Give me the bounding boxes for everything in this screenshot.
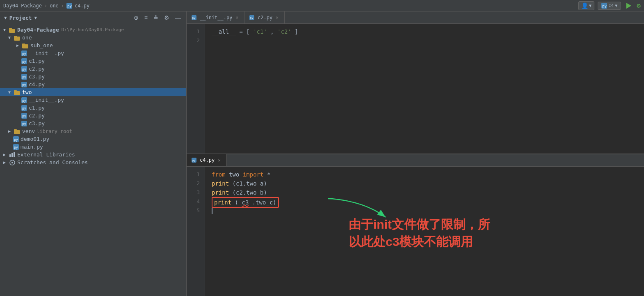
code-line-1: __all__ = [ 'c1' , 'c2' ] — [212, 27, 637, 36]
line-num-1: 1 — [188, 27, 203, 36]
code-bracket-close: ] — [295, 28, 298, 35]
sidebar: ▼ Project ▼ ⊕ ≡ ≛ ⚙ — ▼ Day04-Pa — [0, 11, 187, 296]
bottom-tab-bar: py c4.py ✕ — [187, 154, 644, 167]
svg-rect-36 — [9, 154, 11, 157]
tree-root-day04[interactable]: ▼ Day04-Package D:\Python\Day04-Package — [0, 26, 186, 34]
tree-demo01[interactable]: py demo01.py — [0, 135, 186, 143]
tree-two-c1-label: c1.py — [29, 105, 45, 111]
tree-extlibs-label: External Libraries — [17, 151, 75, 158]
code-all-var: __all__ — [212, 28, 236, 35]
settings-icon[interactable]: ⚙ — [163, 14, 171, 21]
svg-rect-7 — [14, 36, 17, 37]
tab-c2-close[interactable]: ✕ — [275, 15, 279, 20]
line-num-2: 2 — [188, 36, 203, 45]
tree-two-init[interactable]: py __init__.py — [0, 96, 186, 104]
svg-text:py: py — [22, 83, 26, 87]
tree-one-c1[interactable]: py c1.py — [0, 57, 186, 65]
top-editor-pane: py __init__.py ✕ py c2.py ✕ 1 2 — [187, 11, 644, 154]
svg-rect-37 — [11, 153, 13, 157]
settings-gear-icon[interactable]: ⚙ — [637, 2, 641, 9]
tree-main[interactable]: py main.py — [0, 143, 186, 151]
folder-icon-two — [14, 89, 21, 95]
svg-text:py: py — [22, 68, 26, 71]
chevron-down-icon-one: ▼ — [8, 35, 13, 40]
code-b-line-5 — [212, 208, 637, 217]
breadcrumb-one[interactable]: one — [50, 3, 59, 9]
code-b-line-1: from two import * — [212, 170, 637, 179]
tab-init-close[interactable]: ✕ — [235, 15, 239, 20]
breadcrumb-sep-1: › — [44, 3, 47, 9]
chevron-right-icon-extlibs: ▶ — [3, 152, 8, 157]
tree-venv[interactable]: ▶ venv library root — [0, 127, 186, 135]
tree-one-c2[interactable]: py c2.py — [0, 65, 186, 73]
sidebar-header: ▼ Project ▼ ⊕ ≡ ≛ ⚙ — — [0, 11, 186, 24]
tree-external-libs[interactable]: ▶ External Libraries — [0, 151, 186, 158]
tree-two-c1[interactable]: py c1.py — [0, 104, 186, 112]
project-dropdown-arrow[interactable]: ▼ — [34, 15, 37, 21]
svg-point-40 — [11, 162, 13, 163]
svg-text:py: py — [22, 60, 26, 64]
main-layout: ▼ Project ▼ ⊕ ≡ ≛ ⚙ — ▼ Day04-Pa — [0, 11, 644, 296]
tab-c2-py[interactable]: py c2.py ✕ — [244, 11, 285, 24]
code-line-2 — [212, 36, 637, 45]
expand-all-icon[interactable]: ≛ — [152, 14, 160, 21]
bottom-editor-pane: py c4.py ✕ 1 2 3 4 5 from — [187, 154, 644, 296]
annotation-container: 由于init文件做了限制，所 以此处c3模块不能调用 — [349, 216, 490, 250]
top-tab-bar: py __init__.py ✕ py c2.py ✕ — [187, 11, 644, 24]
bottom-code-content[interactable]: from two import * print (c1.two_a) print… — [205, 167, 644, 296]
tree-two-init-label: __init__.py — [29, 97, 64, 103]
tree-one-c3[interactable]: py c3.py — [0, 73, 186, 80]
breadcrumb-file[interactable]: c4.py — [75, 3, 89, 9]
tree-one-c1-label: c1.py — [29, 58, 45, 64]
tree-one-c3-label: c3.py — [29, 73, 45, 80]
py-icon-two-c2: py — [21, 113, 27, 119]
tree-one-label: one — [22, 34, 32, 41]
line-num-b1: 1 — [188, 170, 203, 179]
svg-text:py: py — [67, 4, 72, 8]
project-label: Project — [9, 15, 32, 21]
py-icon-one-c3: py — [21, 74, 27, 80]
fn-print-2: print — [212, 189, 229, 196]
svg-text:py: py — [602, 4, 607, 8]
tab-c4-py[interactable]: py c4.py ✕ — [187, 154, 227, 166]
breadcrumb-sep-2: › — [61, 3, 64, 9]
kw-from: from — [212, 171, 226, 178]
py-icon-tab-c4: py — [192, 158, 196, 163]
tree-two-c2[interactable]: py c2.py — [0, 112, 186, 119]
tree-one-init-label: __init__.py — [29, 50, 64, 56]
tree-two-c3[interactable]: py c3.py — [0, 119, 186, 127]
py-icon-one-c2: py — [21, 66, 27, 72]
breadcrumb-project[interactable]: Day04-Package — [3, 3, 42, 9]
close-sidebar-icon[interactable]: — — [174, 14, 182, 21]
svg-text:py: py — [22, 76, 26, 79]
tree-folder-two[interactable]: ▼ two — [0, 88, 186, 96]
user-icon[interactable]: 👤 ▼ — [578, 1, 594, 10]
code-b-line-3: print (c2.two_b) — [212, 188, 637, 197]
locate-file-icon[interactable]: ⊕ — [132, 14, 140, 21]
tree-sub-one[interactable]: ▶ sub_one — [0, 41, 186, 49]
tree-folder-one[interactable]: ▼ one — [0, 34, 186, 41]
svg-text:py: py — [22, 122, 26, 126]
tree-one-c2-label: c2.py — [29, 66, 45, 72]
tab-init-py[interactable]: py __init__.py ✕ — [187, 11, 244, 24]
svg-rect-9 — [22, 44, 25, 45]
python-icon-breadcrumb: py — [66, 3, 72, 9]
folder-icon-venv — [14, 128, 21, 134]
line-num-b2: 2 — [188, 179, 203, 188]
annotation-text-line2: 以此处c3模块不能调用 — [349, 233, 490, 250]
tree-one-init[interactable]: py __init__.py — [0, 49, 186, 57]
run-config-label: c4 — [608, 3, 614, 8]
tab-init-label: __init__.py — [200, 15, 232, 21]
run-button[interactable] — [624, 1, 633, 10]
collapse-all-icon[interactable]: ≡ — [143, 14, 149, 21]
run-config-dropdown[interactable]: py c4 ▼ — [598, 2, 621, 10]
run-config-py-icon: py — [601, 3, 607, 9]
svg-rect-38 — [14, 152, 15, 157]
tree-scratches[interactable]: ▶ Scratches and Consoles — [0, 158, 186, 166]
tree-one-c4[interactable]: py c4.py — [0, 80, 186, 88]
tree-sub-one-label: sub_one — [30, 42, 53, 48]
top-code-content[interactable]: __all__ = [ 'c1' , 'c2' ] — [205, 24, 644, 154]
tab-c4-close[interactable]: ✕ — [217, 158, 222, 163]
code-b-line-2: print (c1.two_a) — [212, 179, 637, 188]
tree-two-c3-label: c3.py — [29, 120, 45, 126]
